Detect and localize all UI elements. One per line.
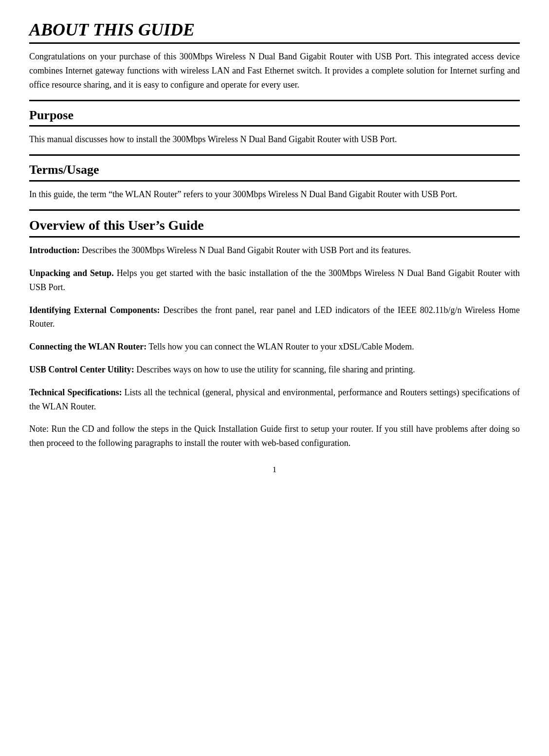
overview-item-connecting: Connecting the WLAN Router: Tells how yo… <box>29 340 520 354</box>
overview-item-unpacking-term: Unpacking and Setup. <box>29 268 114 278</box>
purpose-bottom-rule <box>29 125 520 127</box>
overview-item-introduction-term: Introduction: <box>29 245 80 255</box>
overview-heading: Overview of this User’s Guide <box>29 217 520 234</box>
purpose-top-rule <box>29 100 520 101</box>
terms-bottom-rule <box>29 180 520 182</box>
overview-item-technical: Technical Specifications: Lists all the … <box>29 386 520 414</box>
overview-item-technical-term: Technical Specifications: <box>29 387 122 397</box>
title-rule <box>29 42 520 44</box>
overview-top-rule <box>29 209 520 211</box>
purpose-section: Purpose This manual discusses how to ins… <box>29 107 520 147</box>
purpose-heading: Purpose <box>29 107 520 124</box>
overview-item-identifying-term: Identifying External Components: <box>29 305 160 315</box>
overview-item-usb-text: Describes ways on how to use the utility… <box>136 365 415 374</box>
terms-body: In this guide, the term “the WLAN Router… <box>29 187 520 202</box>
overview-item-unpacking: Unpacking and Setup. Helps you get start… <box>29 266 520 295</box>
terms-heading: Terms/Usage <box>29 162 520 178</box>
terms-top-rule <box>29 154 520 156</box>
overview-section: Overview of this User’s Guide Introducti… <box>29 217 520 450</box>
overview-item-identifying: Identifying External Components: Describ… <box>29 303 520 332</box>
terms-section: Terms/Usage In this guide, the term “the… <box>29 162 520 202</box>
overview-item-usb-term: USB Control Center Utility: <box>29 365 134 374</box>
page-number: 1 <box>29 465 520 475</box>
overview-bottom-rule <box>29 236 520 238</box>
overview-item-introduction: Introduction: Describes the 300Mbps Wire… <box>29 243 520 258</box>
page-container: ABOUT THIS GUIDE Congratulations on your… <box>29 19 520 475</box>
purpose-body: This manual discusses how to install the… <box>29 132 520 147</box>
overview-item-introduction-text: Describes the 300Mbps Wireless N Dual Ba… <box>82 245 411 255</box>
intro-paragraph: Congratulations on your purchase of this… <box>29 50 520 92</box>
main-title: ABOUT THIS GUIDE <box>29 19 520 40</box>
overview-note: Note: Run the CD and follow the steps in… <box>29 422 520 450</box>
overview-item-usb: USB Control Center Utility: Describes wa… <box>29 363 520 377</box>
overview-item-connecting-text: Tells how you can connect the WLAN Route… <box>148 342 414 351</box>
overview-item-connecting-term: Connecting the WLAN Router: <box>29 342 146 351</box>
